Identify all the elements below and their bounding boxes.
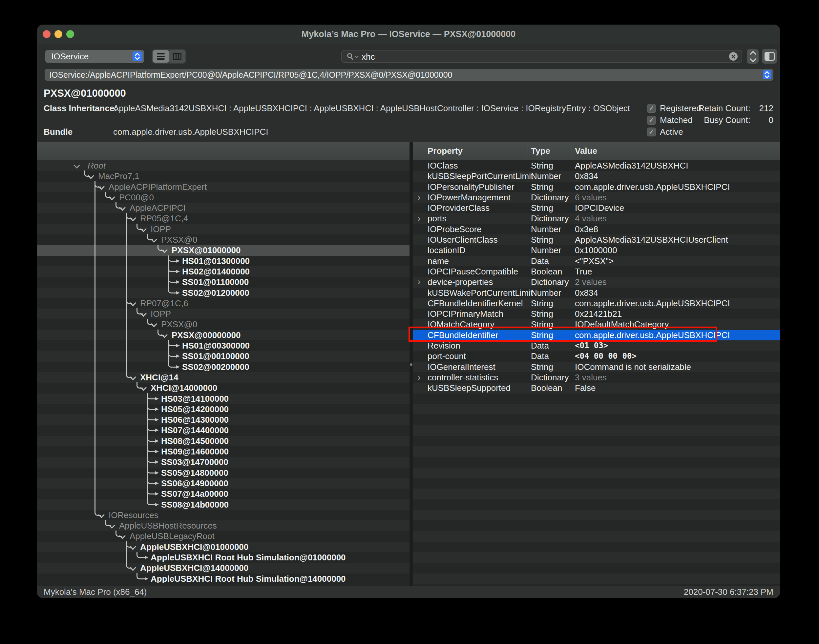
column-view-icon: [173, 53, 181, 60]
property-row[interactable]: kUSBWakePortCurrentLimitNumber0x834: [413, 288, 780, 298]
property-row[interactable]: IOClassStringAppleASMedia3142USBXHCI: [413, 160, 780, 171]
property-row[interactable]: IOProbeScoreNumber0x3e8: [413, 224, 780, 235]
property-row[interactable]: IOPCIPrimaryMatchString0x21421b21: [413, 308, 780, 319]
property-row[interactable]: locationIDNumber0x1000000: [413, 245, 780, 255]
tree-row[interactable]: HS09@14600000: [37, 446, 410, 457]
tree-row[interactable]: PXSX@0: [37, 319, 410, 330]
tree-row[interactable]: HS02@01400000: [37, 266, 410, 277]
tree-row[interactable]: SS08@14b00000: [37, 499, 410, 510]
find-prev-next-stepper[interactable]: [747, 49, 759, 64]
property-row[interactable]: port-countData<04 00 00 00>: [413, 351, 780, 361]
property-row[interactable]: ›device-propertiesDictionary2 values: [413, 277, 780, 287]
tree-row[interactable]: XHCI@14000000: [37, 383, 410, 393]
tree-row[interactable]: SS07@14a00000: [37, 489, 410, 499]
tree-row[interactable]: SS03@14700000: [37, 457, 410, 467]
list-view-segment[interactable]: [152, 50, 169, 63]
clear-search-button[interactable]: [729, 52, 738, 61]
tree-row[interactable]: IOPP: [37, 224, 410, 235]
tree-row[interactable]: RP05@1C,4: [37, 213, 410, 224]
tree-row[interactable]: AppleUSBXHCI Root Hub Simulation@1400000…: [37, 573, 410, 584]
tree-row[interactable]: IOResources: [37, 510, 410, 520]
tree-row[interactable]: RP07@1C,6: [37, 298, 410, 308]
property-row[interactable]: IOPCIPauseCompatibleBooleanTrue: [413, 266, 780, 277]
property-row[interactable]: ›IOPowerManagementDictionary6 values: [413, 192, 780, 202]
column-header-value[interactable]: Value: [575, 142, 597, 160]
branch-elbow-icon: [147, 478, 156, 484]
tree-guide-line: [94, 213, 95, 224]
branch-elbow-icon: [168, 255, 177, 262]
search-field[interactable]: [341, 50, 742, 63]
property-row[interactable]: kUSBSleepSupportedBooleanFalse: [413, 383, 780, 393]
title-bar[interactable]: Mykola’s Mac Pro — IOService — PXSX@0100…: [37, 25, 780, 44]
disclosure-chevron-icon[interactable]: ›: [417, 192, 421, 202]
tree-row[interactable]: AppleACPIPlatformExpert: [37, 182, 410, 192]
tree-row[interactable]: XHCI@14: [37, 372, 410, 383]
tree-item-label: IOPP: [151, 308, 171, 319]
property-value: AppleASMedia3142USBXHCIUserClient: [575, 235, 728, 245]
tree-row[interactable]: HS01@00300000: [37, 340, 410, 351]
column-view-segment[interactable]: [169, 50, 185, 63]
property-name: ports: [427, 213, 447, 224]
property-row[interactable]: kUSBSleepPortCurrentLimitNumber0x834: [413, 171, 780, 181]
property-name: controller-statistics: [427, 372, 498, 383]
plane-selector-popup[interactable]: IOService: [45, 50, 144, 63]
property-row[interactable]: ›controller-statisticsDictionary3 values: [413, 372, 780, 383]
property-row[interactable]: nameData<"PXSX">: [413, 256, 780, 266]
tree-row[interactable]: HS07@14400000: [37, 425, 410, 435]
tree-row[interactable]: SS02@00200000: [37, 362, 410, 372]
property-name: kUSBSleepPortCurrentLimit: [427, 171, 533, 181]
tree-row[interactable]: AppleACPIPCI: [37, 202, 410, 213]
tree-row[interactable]: HS05@14200000: [37, 404, 410, 414]
disclosure-chevron-icon[interactable]: ›: [417, 372, 421, 382]
path-stepper-icon[interactable]: [763, 70, 771, 79]
tree-row[interactable]: SS01@00100000: [37, 351, 410, 361]
column-header-property[interactable]: Property: [427, 142, 463, 160]
path-bar[interactable]: IOService:/AppleACPIPlatformExpert/PC00@…: [45, 69, 773, 81]
splitter-handle[interactable]: [410, 363, 412, 366]
tree-row[interactable]: IOPP: [37, 308, 410, 319]
tree-row[interactable]: HS03@14100000: [37, 394, 410, 404]
branch-elbow-icon: [147, 393, 156, 399]
tree-row[interactable]: AppleUSBHostResources: [37, 520, 410, 531]
property-row[interactable]: RevisionData<01 03>: [413, 340, 780, 351]
checkbox-active[interactable]: ✓: [647, 127, 656, 136]
property-row[interactable]: ›portsDictionary4 values: [413, 213, 780, 224]
pane-splitter[interactable]: [410, 142, 413, 586]
tree-row[interactable]: HS01@01300000: [37, 256, 410, 266]
search-menu-chevron-icon[interactable]: [354, 54, 359, 58]
tree-row[interactable]: Root: [37, 160, 410, 171]
tree-row[interactable]: AppleUSBLegacyRoot: [37, 531, 410, 541]
tree-row[interactable]: HS06@14300000: [37, 414, 410, 425]
property-row[interactable]: IOProviderClassStringIOPCIDevice: [413, 202, 780, 213]
leaf-arrow-icon: [155, 482, 159, 485]
column-header-type[interactable]: Type: [531, 142, 550, 160]
tree-row[interactable]: SS02@01200000: [37, 288, 410, 298]
leaf-arrow-icon: [155, 460, 159, 464]
property-row[interactable]: IOPersonalityPublisherStringcom.apple.dr…: [413, 182, 780, 192]
tree-row[interactable]: PXSX@01000000: [37, 245, 410, 255]
property-row[interactable]: CFBundleIdentifierKernelStringcom.apple.…: [413, 298, 780, 308]
tree-row[interactable]: AppleUSBXHCI@14000000: [37, 563, 410, 573]
tree-row[interactable]: PXSX@00000000: [37, 330, 410, 340]
column-separator[interactable]: [528, 146, 528, 155]
tree-row[interactable]: PC00@0: [37, 192, 410, 202]
chevron-down-icon[interactable]: [74, 162, 80, 169]
tree-row[interactable]: SS06@14900000: [37, 478, 410, 489]
property-row[interactable]: IOGeneralInterestStringIOCommand is not …: [413, 362, 780, 372]
tree-row[interactable]: AppleUSBXHCI@01000000: [37, 542, 410, 552]
tree-row[interactable]: PXSX@0: [37, 235, 410, 245]
tree-row[interactable]: SS01@01100000: [37, 277, 410, 287]
retain-count-label: Retain Count:: [698, 103, 750, 113]
inspector-toggle-button[interactable]: [762, 49, 777, 64]
property-value: 2 values: [575, 277, 607, 287]
empty-row: [413, 573, 780, 584]
tree-row[interactable]: HS08@14500000: [37, 436, 410, 446]
tree-row[interactable]: AppleUSBXHCI Root Hub Simulation@0100000…: [37, 552, 410, 563]
tree-row[interactable]: SS05@14800000: [37, 468, 410, 478]
property-row[interactable]: IOUserClientClassStringAppleASMedia3142U…: [413, 235, 780, 245]
disclosure-chevron-icon[interactable]: ›: [417, 276, 421, 287]
disclosure-chevron-icon[interactable]: ›: [417, 213, 421, 223]
column-separator[interactable]: [572, 146, 572, 155]
search-input[interactable]: [361, 51, 704, 63]
tree-row[interactable]: MacPro7,1: [37, 171, 410, 181]
